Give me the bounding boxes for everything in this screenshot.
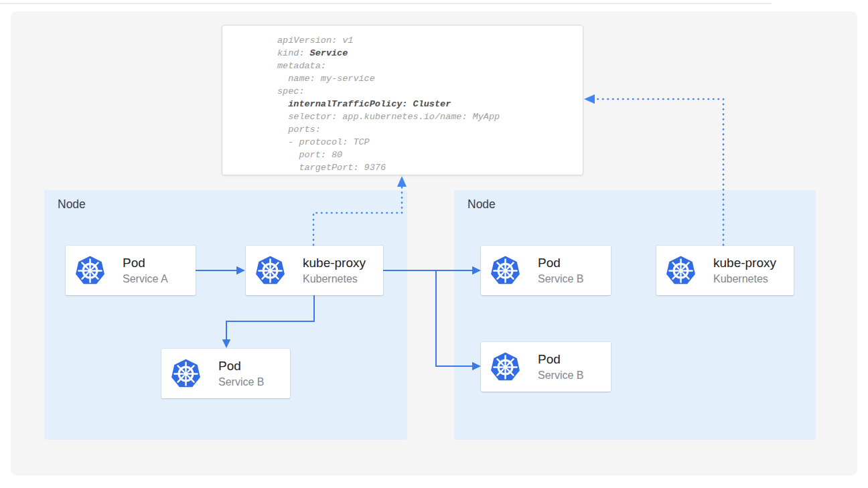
pod-card-service-a: Pod Service A [66, 246, 196, 295]
yaml-line: apiVersion: v1 [277, 34, 500, 47]
card-text: Pod Service B [538, 255, 583, 286]
kubernetes-icon [490, 351, 521, 383]
kubernetes-icon [74, 255, 106, 287]
kubernetes-icon [170, 358, 202, 390]
service-yaml-code: apiVersion: v1 kind: Service metadata: n… [277, 34, 500, 174]
node-box-left: Node [44, 190, 407, 440]
kube-proxy-card-right: kube-proxy Kubernetes [656, 246, 794, 295]
card-text: Pod Service B [218, 358, 264, 389]
card-title: Pod [538, 351, 583, 368]
yaml-line: selector: app.kubernetes.io/name: MyApp [277, 110, 500, 123]
pod-card-service-b-right-bottom: Pod Service B [481, 342, 611, 392]
top-divider [0, 3, 772, 4]
kube-proxy-card-left: kube-proxy Kubernetes [246, 246, 383, 295]
card-title: kube-proxy [303, 255, 366, 271]
yaml-line: - protocol: TCP [277, 136, 500, 149]
node-box-right: Node [454, 190, 816, 440]
yaml-line: port: 80 [277, 149, 500, 161]
card-title: Pod [538, 255, 583, 271]
pod-card-service-b-right-top: Pod Service B [481, 246, 611, 295]
yaml-line: internalTrafficPolicy: Cluster [277, 98, 500, 110]
card-title: Pod [123, 255, 168, 271]
card-subtitle: Kubernetes [303, 272, 366, 286]
pod-card-service-b-left: Pod Service B [161, 349, 290, 398]
node-label: Node [58, 197, 86, 212]
diagram-page: Node Node apiVersion: v1 kind: Service m… [0, 0, 868, 488]
card-title: Pod [218, 358, 264, 374]
kubernetes-icon [255, 255, 286, 287]
card-text: Pod Service A [123, 255, 168, 286]
service-yaml-card: apiVersion: v1 kind: Service metadata: n… [222, 25, 583, 175]
card-subtitle: Service B [538, 272, 583, 286]
card-text: Pod Service B [538, 351, 583, 382]
kubernetes-icon [490, 255, 521, 287]
card-subtitle: Kubernetes [713, 272, 776, 286]
card-text: kube-proxy Kubernetes [713, 255, 776, 286]
card-title: kube-proxy [713, 255, 776, 271]
yaml-line: name: my-service [277, 72, 500, 85]
yaml-line: spec: [277, 85, 500, 98]
card-subtitle: Service B [218, 375, 264, 389]
yaml-line: kind: Service [277, 47, 500, 60]
kubernetes-icon [665, 255, 697, 287]
yaml-line: targetPort: 9376 [277, 161, 500, 174]
yaml-line: ports: [277, 123, 500, 136]
card-subtitle: Service B [538, 368, 583, 382]
card-subtitle: Service A [123, 272, 168, 286]
node-label: Node [467, 197, 496, 212]
yaml-line: metadata: [277, 60, 500, 72]
card-text: kube-proxy Kubernetes [303, 255, 366, 286]
